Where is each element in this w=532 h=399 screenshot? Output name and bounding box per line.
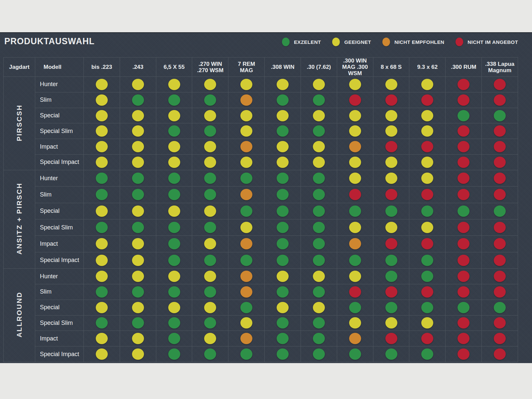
status-dot-ex: [168, 222, 180, 233]
rating-cell: [482, 236, 518, 252]
status-dot-ex: [421, 271, 433, 282]
rating-cell: [84, 92, 120, 108]
rating-cell: [373, 300, 409, 315]
rating-cell: [192, 346, 228, 362]
rating-cell: [409, 170, 446, 186]
status-dot-ex: [385, 302, 397, 313]
rating-cell: [482, 269, 518, 284]
status-dot-ge: [96, 238, 108, 249]
status-dot-ex: [421, 205, 433, 217]
rating-cell: [373, 123, 409, 139]
rating-cell: [409, 77, 446, 92]
rating-cell: [482, 108, 518, 123]
rating-cell: [409, 346, 446, 362]
group-cell: PIRSCSH: [4, 77, 35, 170]
status-dot-na: [385, 333, 397, 344]
rating-cell: [156, 252, 192, 268]
rating-cell: [228, 219, 265, 235]
rating-cell: [156, 236, 192, 252]
rating-cell: [265, 252, 301, 268]
model-label: Special Slim: [35, 219, 84, 235]
status-dot-na: [494, 333, 506, 344]
rating-cell: [265, 315, 301, 331]
rating-cell: [337, 77, 373, 92]
model-label: Special: [35, 108, 84, 123]
rating-cell: [301, 170, 337, 186]
model-label: Special Impact: [35, 252, 84, 268]
status-dot-na: [458, 348, 469, 360]
model-label: Special: [35, 203, 84, 219]
status-dot-na: [458, 173, 469, 184]
status-dot-ne: [240, 189, 252, 200]
rating-cell: [84, 155, 120, 170]
status-dot-ex: [313, 205, 325, 217]
status-dot-na: [349, 286, 361, 298]
rating-cell: [192, 92, 228, 108]
status-dot-na: [349, 189, 361, 200]
rating-cell: [482, 77, 518, 92]
rating-cell: [156, 139, 192, 155]
model-label: Special Slim: [35, 315, 84, 331]
rating-cell: [301, 300, 337, 315]
rating-cell: [192, 284, 228, 300]
status-dot-na: [421, 141, 433, 152]
rating-cell: [120, 315, 156, 331]
status-dot-ge: [132, 205, 144, 217]
status-dot-na: [458, 286, 469, 298]
rating-cell: [228, 123, 265, 139]
rating-cell: [446, 77, 482, 92]
rating-cell: [84, 269, 120, 284]
status-dot-ge: [313, 141, 325, 152]
status-dot-ge: [132, 333, 144, 344]
status-dot-na: [421, 238, 433, 249]
rating-cell: [301, 331, 337, 346]
status-dot-ne: [240, 141, 252, 152]
rating-cell: [409, 139, 446, 155]
status-dot-ge: [204, 79, 216, 90]
legend-label: GEEIGNET: [344, 39, 371, 45]
legend-item: EXZELENT: [282, 38, 321, 46]
rating-cell: [120, 155, 156, 170]
model-label: Special: [35, 300, 84, 315]
rating-cell: [446, 346, 482, 362]
status-dot-ge: [385, 157, 397, 168]
status-dot-ge: [385, 222, 397, 233]
rating-cell: [228, 236, 265, 252]
column-header: .300 WIN MAG .300 WSM: [337, 58, 373, 77]
status-dot-na: [458, 222, 469, 233]
status-dot-na: [458, 141, 469, 152]
column-header: 8 x 68 S: [373, 58, 409, 77]
status-dot-ge: [96, 141, 108, 152]
status-dot-ne: [349, 333, 361, 344]
status-dot-na: [421, 94, 433, 106]
column-header: 9.3 x 62: [409, 58, 446, 77]
table-row: ANSITZ + PIRSCHHunter: [4, 170, 518, 186]
status-dot-ex: [313, 125, 325, 137]
status-dot-na: [494, 94, 506, 106]
status-dot-na: [385, 141, 397, 152]
legend-label: EXZELENT: [294, 39, 321, 45]
status-dot-ge: [421, 110, 433, 121]
status-dot-ex: [240, 348, 252, 360]
rating-cell: [84, 187, 120, 203]
status-dot-ge: [349, 317, 361, 329]
status-dot-ex: [277, 238, 289, 249]
status-dot-ex: [458, 205, 469, 217]
rating-cell: [84, 252, 120, 268]
rating-cell: [228, 139, 265, 155]
legend-item: NICHT EMPFOHLEN: [382, 38, 444, 46]
status-dot-ge: [421, 173, 433, 184]
rating-cell: [373, 187, 409, 203]
rating-cell: [156, 300, 192, 315]
rating-cell: [482, 92, 518, 108]
rating-cell: [265, 170, 301, 186]
rating-cell: [301, 77, 337, 92]
rating-cell: [337, 170, 373, 186]
rating-cell: [120, 252, 156, 268]
table-row: Slim: [4, 92, 518, 108]
status-dot-ex: [277, 125, 289, 137]
status-dot-ge: [204, 141, 216, 152]
status-dot-ex: [277, 255, 289, 266]
rating-cell: [373, 77, 409, 92]
rating-cell: [265, 139, 301, 155]
